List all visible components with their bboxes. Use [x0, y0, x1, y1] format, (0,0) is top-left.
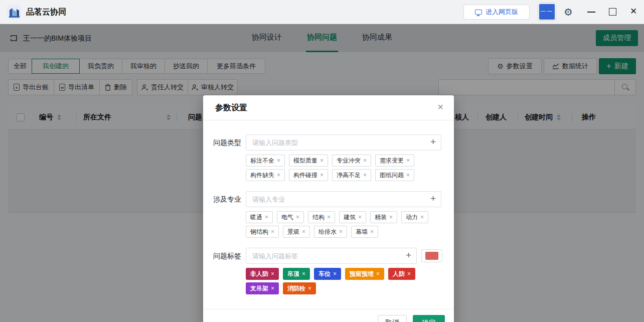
- titlebar: 品茗云协同 进入网页版 一一 ⚙ ✕: [0, 0, 644, 24]
- remove-tag-icon[interactable]: ×: [389, 214, 393, 221]
- colored-tag: 车位×: [314, 268, 341, 280]
- remove-tag-icon[interactable]: ×: [271, 285, 274, 292]
- user-avatar[interactable]: 一一: [539, 4, 555, 20]
- tag: 幕墙×: [351, 226, 378, 238]
- remove-tag-icon[interactable]: ×: [271, 228, 274, 235]
- remove-tag-icon[interactable]: ×: [271, 270, 274, 277]
- monitor-icon: [475, 10, 482, 15]
- add-tag-icon[interactable]: +: [430, 136, 436, 147]
- issue-type-tags: 标注不全× 模型质量× 专业冲突× 需求变更× 构件缺失× 构件碰撞× 净高不足…: [246, 154, 441, 181]
- colored-tag: 预留预埋×: [345, 268, 384, 280]
- tag: 建筑×: [339, 211, 366, 223]
- remove-tag-icon[interactable]: ×: [308, 285, 311, 292]
- colored-tag: 非人防×: [246, 268, 279, 280]
- tag: 动力×: [401, 211, 428, 223]
- colored-tag: 消防栓×: [283, 282, 316, 294]
- section-issue-type: 问题类型 + 标注不全× 模型质量× 专业冲突× 需求变更× 构件缺失× 构件碰…: [213, 134, 441, 181]
- section-discipline: 涉及专业 + 暖通× 电气× 结构× 建筑× 精装× 动力× 钢结构× 景: [213, 191, 441, 238]
- remove-tag-icon[interactable]: ×: [277, 172, 280, 179]
- window-minimize-button[interactable]: [587, 12, 595, 13]
- window-maximize-button[interactable]: [609, 8, 616, 16]
- dialog-footer: 取消 确定: [203, 309, 454, 322]
- remove-tag-icon[interactable]: ×: [363, 172, 367, 179]
- add-tag-icon[interactable]: +: [430, 193, 436, 204]
- parameter-settings-dialog: 参数设置 ✕ 问题类型 + 标注不全× 模型质量× 专业冲突× 需求变更×: [203, 95, 454, 322]
- tag: 电气×: [277, 211, 304, 223]
- remove-tag-icon[interactable]: ×: [265, 214, 268, 221]
- tag: 专业冲突×: [332, 154, 371, 167]
- section-label: 问题标签: [213, 248, 246, 294]
- remove-tag-icon[interactable]: ×: [376, 270, 380, 277]
- remove-tag-icon[interactable]: ×: [358, 214, 362, 221]
- tag: 需求变更×: [375, 154, 414, 167]
- remove-tag-icon[interactable]: ×: [406, 157, 410, 164]
- section-label: 涉及专业: [213, 191, 246, 238]
- enter-web-label: 进入网页版: [486, 8, 518, 17]
- discipline-input[interactable]: [246, 192, 421, 207]
- tag: 精装×: [370, 211, 397, 223]
- tag: 图纸问题×: [375, 169, 414, 181]
- dialog-body: 问题类型 + 标注不全× 模型质量× 专业冲突× 需求变更× 构件缺失× 构件碰…: [203, 120, 454, 294]
- dialog-close-icon[interactable]: ✕: [437, 102, 444, 112]
- remove-tag-icon[interactable]: ×: [406, 172, 410, 179]
- tag: 景观×: [283, 226, 310, 238]
- section-label: 问题类型: [213, 134, 246, 181]
- window-close-button[interactable]: ✕: [630, 6, 637, 17]
- remove-tag-icon[interactable]: ×: [320, 157, 324, 164]
- remove-tag-icon[interactable]: ×: [339, 228, 343, 235]
- section-issue-label: 问题标签 + 非人防× 吊顶× 车位×: [213, 248, 441, 294]
- remove-tag-icon[interactable]: ×: [327, 214, 331, 221]
- remove-tag-icon[interactable]: ×: [333, 270, 337, 277]
- selected-color-swatch: [425, 252, 438, 260]
- tag: 暖通×: [246, 211, 273, 223]
- app-logo-icon: [7, 5, 21, 19]
- confirm-button[interactable]: 确定: [413, 315, 445, 322]
- dialog-title: 参数设置: [215, 103, 247, 113]
- tag: 给排水×: [314, 226, 347, 238]
- discipline-input-wrap: +: [246, 191, 441, 207]
- issue-label-input-wrap: +: [246, 248, 417, 264]
- app-title: 品茗云协同: [26, 7, 66, 18]
- app-window: 品茗云协同 进入网页版 一一 ⚙ ✕ 王一一的BIM体验项目 协同设计 协同问题…: [0, 0, 644, 322]
- enter-web-version-button[interactable]: 进入网页版: [463, 5, 530, 20]
- remove-tag-icon[interactable]: ×: [370, 228, 374, 235]
- remove-tag-icon[interactable]: ×: [407, 270, 411, 277]
- remove-tag-icon[interactable]: ×: [302, 228, 305, 235]
- remove-tag-icon[interactable]: ×: [277, 157, 280, 164]
- remove-tag-icon[interactable]: ×: [420, 214, 424, 221]
- add-tag-icon[interactable]: +: [406, 250, 411, 261]
- issue-type-input[interactable]: [246, 135, 421, 150]
- tag: 构件缺失×: [246, 169, 285, 181]
- cancel-button[interactable]: 取消: [378, 315, 407, 322]
- settings-gear-icon[interactable]: ⚙: [564, 5, 573, 20]
- issue-label-input[interactable]: [246, 248, 396, 263]
- tag: 标注不全×: [246, 154, 285, 167]
- issue-label-tags: 非人防× 吊顶× 车位× 预留预埋× 人防× 支吊架× 消防栓×: [246, 268, 442, 294]
- colored-tag: 吊顶×: [283, 268, 310, 280]
- colored-tag: 支吊架×: [246, 282, 279, 294]
- tag: 模型质量×: [289, 154, 328, 167]
- discipline-tags: 暖通× 电气× 结构× 建筑× 精装× 动力× 钢结构× 景观× 给排水× 幕墙…: [246, 211, 441, 238]
- tag: 构件碰撞×: [289, 169, 328, 181]
- tag: 结构×: [308, 211, 335, 223]
- remove-tag-icon[interactable]: ×: [363, 157, 367, 164]
- tag: 钢结构×: [246, 226, 279, 238]
- remove-tag-icon[interactable]: ×: [296, 214, 299, 221]
- dialog-header: 参数设置 ✕: [203, 95, 454, 120]
- remove-tag-icon[interactable]: ×: [302, 270, 305, 277]
- issue-type-input-wrap: +: [246, 134, 441, 150]
- remove-tag-icon[interactable]: ×: [320, 172, 324, 179]
- colored-tag: 人防×: [388, 268, 415, 280]
- tag-color-picker[interactable]: [421, 249, 442, 262]
- tag: 净高不足×: [332, 169, 371, 181]
